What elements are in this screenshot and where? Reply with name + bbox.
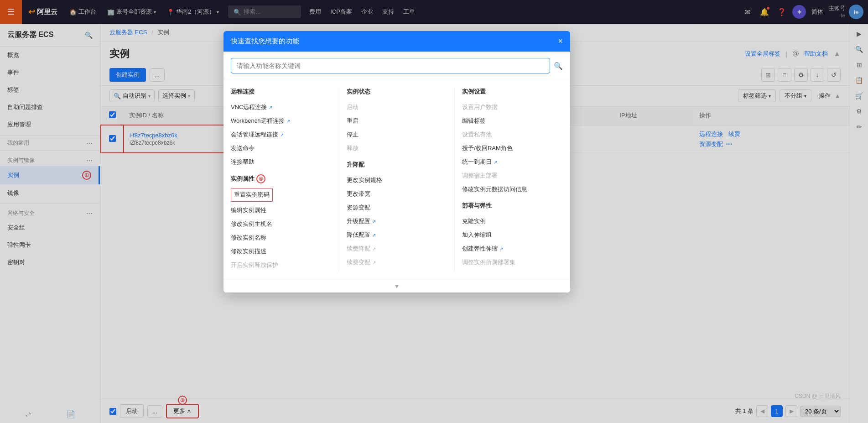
modal-item-create-elastic[interactable]: 创建弹性伸缩 ↗ [462, 242, 563, 256]
circle-4: ④ [256, 174, 265, 183]
modal-col-3: 实例设置 设置用户数据 编辑标签 设置私有池 授予/收回RAM角色 统一到期日 … [462, 88, 563, 272]
section-instance-attr-title: 实例属性 ④ [231, 174, 332, 183]
modal-item-edit-attr[interactable]: 编辑实例属性 [231, 204, 332, 217]
modal-title: 快速查找您想要的功能 [231, 37, 299, 46]
modal-item-set-userdata[interactable]: 设置用户数据 [462, 100, 563, 114]
modal-item-session[interactable]: 会话管理远程连接 ↗ [231, 128, 332, 141]
modal-item-stop[interactable]: 停止 [347, 128, 447, 141]
modal: 快速查找您想要的功能 × 🔍 远程连接 VNC远程连接 ↗ Workbench远… [223, 31, 570, 292]
modal-item-downgrade[interactable]: 降低配置 ↗ [347, 228, 447, 242]
modal-item-set-private-pool[interactable]: 设置私有池 [462, 128, 563, 141]
modal-item-renew-downgrade[interactable]: 续费降配 ↗ [347, 242, 447, 256]
modal-search-icon: 🔍 [554, 62, 563, 70]
section-instance-settings: 实例设置 设置用户数据 编辑标签 设置私有池 授予/收回RAM角色 统一到期日 … [462, 88, 563, 196]
modal-search-input[interactable] [231, 58, 550, 73]
modal-item-resource-change[interactable]: 资源变配 [347, 201, 447, 214]
modal-item-clone[interactable]: 克隆实例 [462, 214, 563, 228]
modal-item-ram-role[interactable]: 授予/收回RAM角色 [462, 141, 563, 155]
modal-scroll-down[interactable]: ▼ [223, 279, 570, 292]
modal-item-send-cmd[interactable]: 发送命令 [231, 141, 332, 155]
modal-item-start[interactable]: 启动 [347, 100, 447, 114]
modal-item-reset-pwd[interactable]: 重置实例密码 [231, 188, 273, 202]
modal-item-change-spec[interactable]: 更改实例规格 [347, 173, 447, 187]
modal-item-modify-name[interactable]: 修改实例名称 [231, 231, 332, 245]
modal-header: 快速查找您想要的功能 × [223, 31, 570, 52]
modal-close-btn[interactable]: × [558, 37, 563, 46]
section-instance-status: 实例状态 启动 重启 停止 释放 [347, 88, 447, 155]
modal-col-2: 实例状态 启动 重启 停止 释放 升降配 更改实例规格 更改带宽 资源变配 升级… [347, 88, 455, 272]
section-deploy-elastic: 部署与弹性 克隆实例 加入伸缩组 创建弹性伸缩 ↗ 调整实例所属部署集 [462, 202, 563, 269]
modal-item-restart[interactable]: 重启 [347, 114, 447, 128]
modal-body: 远程连接 VNC远程连接 ↗ Workbench远程连接 ↗ 会话管理远程连接 … [223, 80, 570, 279]
modal-item-change-bandwidth[interactable]: 更改带宽 [347, 187, 447, 201]
modal-item-workbench[interactable]: Workbench远程连接 ↗ [231, 114, 332, 128]
section-upgrade-title: 升降配 [347, 161, 447, 169]
modal-item-upgrade[interactable]: 升级配置 ↗ [347, 214, 447, 228]
modal-item-modify-desc[interactable]: 修改实例描述 [231, 245, 332, 258]
modal-item-modify-hostname[interactable]: 修改实例主机名 [231, 217, 332, 231]
section-deploy-title: 部署与弹性 [462, 202, 563, 210]
section-instance-settings-title: 实例设置 [462, 88, 563, 96]
section-remote-connect-title: 远程连接 [231, 88, 332, 96]
modal-item-metadata[interactable]: 修改实例元数据访问信息 [462, 183, 563, 196]
section-instance-status-title: 实例状态 [347, 88, 447, 96]
section-upgrade: 升降配 更改实例规格 更改带宽 资源变配 升级配置 ↗ 降低配置 ↗ 续费降配 … [347, 161, 447, 269]
modal-item-connect-help[interactable]: 连接帮助 [231, 155, 332, 169]
modal-col-1: 远程连接 VNC远程连接 ↗ Workbench远程连接 ↗ 会话管理远程连接 … [231, 88, 339, 272]
section-remote-connect: 远程连接 VNC远程连接 ↗ Workbench远程连接 ↗ 会话管理远程连接 … [231, 88, 332, 169]
modal-item-adjust-host[interactable]: 调整宿主部署 [462, 169, 563, 183]
section-instance-attr: 实例属性 ④ 重置实例密码 编辑实例属性 修改实例主机名 修改实例名称 修改实例… [231, 174, 332, 272]
modal-item-release[interactable]: 释放 [347, 141, 447, 155]
modal-item-join-scaling[interactable]: 加入伸缩组 [462, 228, 563, 242]
modal-item-edit-tags[interactable]: 编辑标签 [462, 114, 563, 128]
modal-search-area: 🔍 [223, 52, 570, 80]
modal-item-vnc[interactable]: VNC远程连接 ↗ [231, 100, 332, 114]
modal-item-enable-release[interactable]: 开启实例释放保护 [231, 258, 332, 272]
modal-item-adjust-deploy-set[interactable]: 调整实例所属部署集 [462, 256, 563, 269]
modal-item-renew-change[interactable]: 续费变配 ↗ [347, 256, 447, 269]
modal-item-expire-date[interactable]: 统一到期日 ↗ [462, 155, 563, 169]
